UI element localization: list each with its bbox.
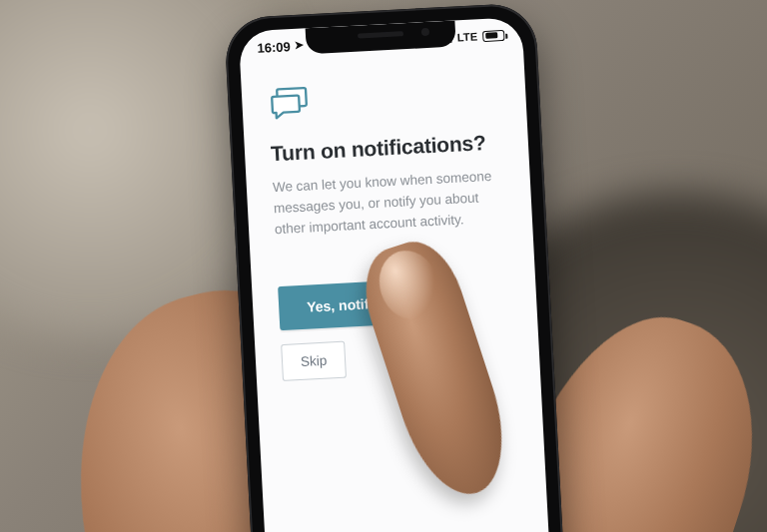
- notifications-heading: Turn on notifications?: [271, 130, 503, 166]
- chat-bubbles-icon: [268, 84, 314, 122]
- network-label: LTE: [456, 30, 477, 43]
- skip-button[interactable]: Skip: [281, 340, 347, 380]
- status-time: 16:09: [257, 39, 291, 56]
- status-left: 16:09 ➤: [257, 38, 304, 55]
- location-arrow-icon: ➤: [294, 39, 304, 50]
- notifications-body: We can let you know when someone message…: [272, 166, 506, 241]
- battery-icon: [482, 29, 505, 41]
